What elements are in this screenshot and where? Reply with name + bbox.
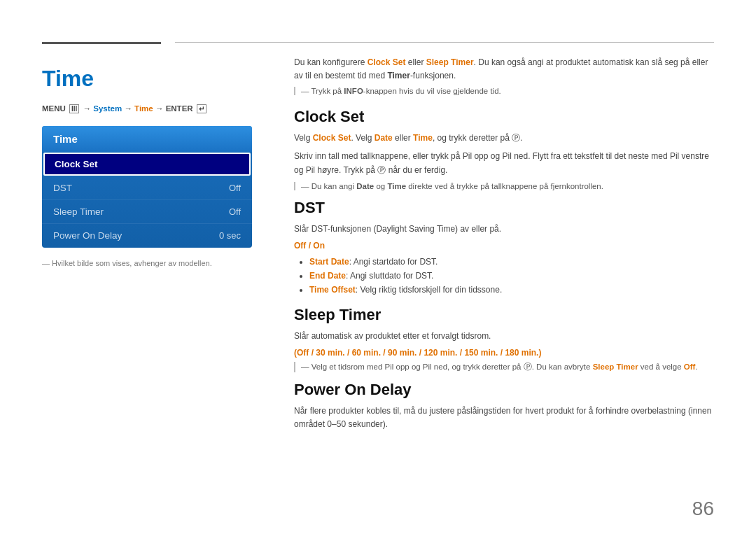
dst-options: Off / On [294, 241, 714, 251]
section-dst: DST Slår DST-funksjonen (Daylight Saving… [294, 199, 714, 297]
menu-path: MENU III → System → Time → ENTER ↵ [42, 104, 266, 113]
menu-item-dst-label: DST [53, 183, 72, 193]
dst-bullet-3: Time Offset: Velg riktig tidsforskjell f… [309, 283, 714, 297]
menu-item-clock-set-label: Clock Set [55, 159, 98, 169]
left-footnote: ― Hvilket bilde som vises, avhenger av m… [42, 259, 266, 267]
menu-item-sleep-timer[interactable]: Sleep Timer Off [42, 200, 252, 224]
power-on-delay-body1: Når flere produkter kobles til, må du ju… [294, 405, 714, 433]
left-panel: Time MENU III → System → Time → ENTER ↵ … [42, 56, 266, 267]
dst-body1: Slår DST-funksjonen (Daylight Saving Tim… [294, 223, 714, 237]
section-sleep-timer: Sleep Timer Slår automatisk av produktet… [294, 306, 714, 372]
intro-note: ― Trykk på INFO-knappen hvis du vil vise… [294, 87, 714, 95]
clock-set-body1: Velg Clock Set. Velg Date eller Time, og… [294, 132, 714, 146]
section-title-dst: DST [294, 199, 714, 217]
tv-menu: Time Clock Set DST Off Sleep Timer Off P… [42, 126, 252, 248]
clock-set-note: ― Du kan angi Date og Time direkte ved å… [294, 182, 714, 190]
section-title-sleep-timer: Sleep Timer [294, 306, 714, 324]
section-clock-set: Clock Set Velg Clock Set. Velg Date elle… [294, 108, 714, 190]
tv-menu-title: Time [42, 126, 252, 152]
menu-item-sleep-timer-value: Off [229, 206, 241, 217]
dst-bullet-list: Start Date: Angi startdato for DST. End … [294, 255, 714, 297]
menu-item-clock-set[interactable]: Clock Set [43, 153, 251, 176]
menu-item-power-on-delay-label: Power On Delay [53, 230, 122, 241]
menu-item-dst[interactable]: DST Off [42, 176, 252, 200]
right-panel: Du kan konfigurere Clock Set eller Sleep… [294, 56, 714, 436]
page-number: 86 [692, 498, 714, 520]
dst-bullet-2: End Date: Angi sluttdato for DST. [309, 269, 714, 283]
section-title-clock-set: Clock Set [294, 108, 714, 126]
sleep-timer-note: ― Velg et tidsrom med Pil opp og Pil ned… [294, 362, 714, 372]
menu-item-sleep-timer-label: Sleep Timer [53, 206, 104, 217]
dst-bullet-1: Start Date: Angi startdato for DST. [309, 255, 714, 269]
menu-item-power-on-delay-value: 0 sec [219, 230, 241, 241]
sleep-timer-body1: Slår automatisk av produktet etter et fo… [294, 330, 714, 344]
menu-item-dst-value: Off [229, 183, 241, 193]
section-title-power-on-delay: Power On Delay [294, 381, 714, 399]
divider-right [175, 42, 714, 43]
intro-text: Du kan konfigurere Clock Set eller Sleep… [294, 56, 714, 83]
page-title: Time [42, 66, 266, 92]
menu-item-power-on-delay[interactable]: Power On Delay 0 sec [42, 224, 252, 248]
clock-set-body2: Skriv inn tall med tallknappene, eller t… [294, 150, 714, 178]
section-power-on-delay: Power On Delay Når flere produkter koble… [294, 381, 714, 433]
divider-left [42, 42, 161, 44]
sleep-timer-options: (Off / 30 min. / 60 min. / 90 min. / 120… [294, 348, 714, 358]
